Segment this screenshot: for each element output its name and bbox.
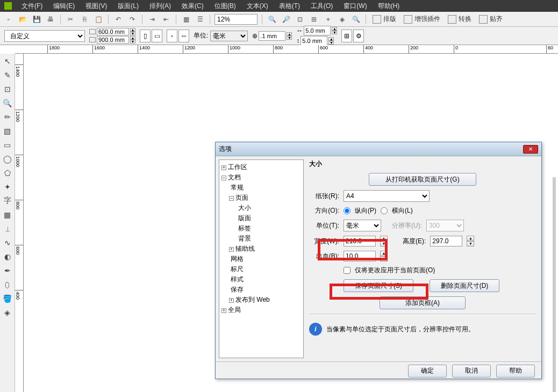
landscape-radio[interactable]: [381, 207, 388, 214]
menu-effects[interactable]: 效果(C): [176, 2, 209, 11]
unit-label: 单位(T):: [309, 221, 339, 230]
print-icon[interactable]: 🖶: [45, 14, 56, 25]
tree-general: 常规: [231, 184, 244, 191]
zoom-all-icon[interactable]: ◈: [337, 14, 347, 25]
outline-tool[interactable]: ⬯: [2, 279, 13, 290]
rectangle-tool[interactable]: ▭: [2, 140, 13, 150]
zoom-sel-icon[interactable]: ⌖: [323, 14, 333, 25]
connector-tool[interactable]: ∿: [2, 237, 13, 248]
undo-icon[interactable]: ↶: [113, 14, 124, 25]
export-icon[interactable]: ⇤: [161, 14, 171, 25]
zoom-out-icon[interactable]: 🔎: [281, 14, 291, 25]
tree-grid: 网格: [231, 255, 244, 263]
page-height-input[interactable]: [97, 36, 129, 43]
units-select[interactable]: 毫米: [210, 31, 248, 41]
facing-page-button[interactable]: ▫▫: [178, 30, 189, 42]
tree-size: 大小: [238, 204, 251, 212]
freehand-tool[interactable]: ✏: [2, 112, 13, 122]
help-button[interactable]: 帮助: [496, 365, 535, 378]
zoom-in-icon[interactable]: 🔍: [267, 14, 277, 25]
menu-text[interactable]: 文本(X): [241, 2, 274, 11]
menu-layout[interactable]: 版面(L): [112, 2, 144, 11]
welcome-icon[interactable]: ☰: [195, 14, 205, 25]
snap-feature[interactable]: 贴齐: [477, 14, 505, 24]
ok-button[interactable]: 确定: [408, 365, 447, 378]
tree-web: 发布到 Web: [235, 296, 270, 303]
menu-view[interactable]: 视图(V): [80, 2, 112, 11]
paper-select[interactable]: A4: [344, 190, 430, 202]
dimension-tool[interactable]: ⟂: [2, 223, 13, 234]
vertical-ruler: 1400 1200 1000 800 600 400: [15, 54, 24, 392]
basic-shapes-tool[interactable]: ✦: [2, 182, 13, 192]
menu-bitmap[interactable]: 位图(B): [209, 2, 241, 11]
layout-feature[interactable]: 排版: [370, 14, 398, 24]
apply-current-label: 仅将更改应用于当前页面(O): [355, 266, 435, 275]
smart-fill-tool[interactable]: ▧: [2, 126, 13, 136]
dup-x-input[interactable]: [304, 26, 331, 35]
shape-tool[interactable]: ✎: [2, 70, 13, 81]
menu-file[interactable]: 文件(F): [16, 2, 48, 11]
close-icon[interactable]: ✕: [523, 145, 538, 154]
menu-arrange[interactable]: 排列(A): [144, 2, 176, 11]
crop-tool[interactable]: ⊡: [2, 84, 13, 95]
apply-current-checkbox[interactable]: [344, 267, 350, 274]
res-label: 分辨率(U):: [392, 221, 422, 230]
interactive-tool[interactable]: ◐: [2, 251, 13, 262]
tree-global: 全局: [228, 306, 241, 314]
pick-tool[interactable]: ↖: [2, 56, 13, 67]
ellipse-tool[interactable]: ◯: [2, 154, 13, 164]
zoom-fit-icon[interactable]: ⊡: [295, 14, 305, 25]
polygon-tool[interactable]: ⬠: [2, 168, 13, 178]
tree-guides: 辅助线: [235, 245, 255, 252]
text-tool[interactable]: 字: [2, 195, 13, 206]
table-tool[interactable]: ▦: [2, 209, 13, 220]
cut-icon[interactable]: ✂: [65, 14, 76, 25]
menu-table[interactable]: 表格(T): [274, 2, 305, 11]
options-tree[interactable]: +工作区 −文档 常规 −页面 大小 版面 标签 背景 +辅助线 网格 标尺 样…: [219, 159, 304, 358]
page-width-input[interactable]: [97, 28, 129, 35]
enhance-plugin[interactable]: 增强插件: [402, 14, 442, 24]
duplicate-offset: ↔▲▼ ↕▲▼: [296, 26, 337, 46]
zoom-custom-icon[interactable]: 🔍: [350, 14, 361, 25]
fill-tool[interactable]: 🪣: [2, 293, 13, 304]
app-icon: [4, 2, 12, 10]
delete-size-button[interactable]: 删除页面尺寸(D): [430, 279, 499, 292]
page-edge: [553, 177, 556, 392]
eyedropper-tool[interactable]: ✒: [2, 265, 13, 276]
height-input[interactable]: [430, 236, 462, 246]
orient-label: 方向(O):: [309, 206, 339, 215]
menu-window[interactable]: 窗口(W): [338, 2, 372, 11]
treat-as-button[interactable]: ⊞: [341, 30, 352, 42]
dialog-titlebar[interactable]: 选项 ✕: [216, 142, 541, 156]
cancel-button[interactable]: 取消: [452, 365, 491, 378]
landscape-button[interactable]: ▭: [152, 30, 162, 42]
menu-tools[interactable]: 工具(O): [305, 2, 338, 11]
dup-y-input[interactable]: [301, 36, 327, 46]
options-button[interactable]: ⚙: [353, 30, 364, 42]
zoom-tool[interactable]: 🔍: [2, 98, 13, 108]
new-icon[interactable]: ▫: [3, 14, 14, 25]
panel-heading: 大小: [309, 159, 536, 169]
convert-feature[interactable]: 转换: [446, 14, 474, 24]
page-preset-select[interactable]: 自定义: [4, 30, 85, 42]
single-page-button[interactable]: ▫: [167, 30, 177, 42]
import-icon[interactable]: ⇥: [147, 14, 158, 25]
nudge-input[interactable]: [259, 31, 285, 41]
open-icon[interactable]: 📂: [17, 14, 28, 25]
portrait-button[interactable]: ▯: [140, 30, 151, 42]
portrait-radio[interactable]: [344, 207, 350, 214]
save-icon[interactable]: 💾: [31, 14, 42, 25]
zoom-page-icon[interactable]: ⊞: [309, 14, 319, 25]
menu-edit[interactable]: 编辑(E): [48, 2, 80, 11]
app-launcher-icon[interactable]: ▦: [181, 14, 191, 25]
height-icon: [89, 37, 96, 42]
redo-icon[interactable]: ↷: [127, 14, 138, 25]
from-printer-button[interactable]: 从打印机获取页面尺寸(G): [369, 173, 476, 186]
unit-select[interactable]: 毫米: [344, 220, 381, 231]
toolbox: ↖ ✎ ⊡ 🔍 ✏ ▧ ▭ ◯ ⬠ ✦ 字 ▦ ⟂ ∿ ◐ ✒ ⬯ 🪣 ◈: [0, 54, 15, 392]
zoom-select[interactable]: [214, 14, 257, 25]
copy-icon[interactable]: ⎘: [79, 14, 90, 25]
menu-help[interactable]: 帮助(H): [373, 2, 405, 11]
interactive-fill-tool[interactable]: ◈: [2, 307, 13, 318]
paste-icon[interactable]: 📋: [93, 14, 104, 25]
